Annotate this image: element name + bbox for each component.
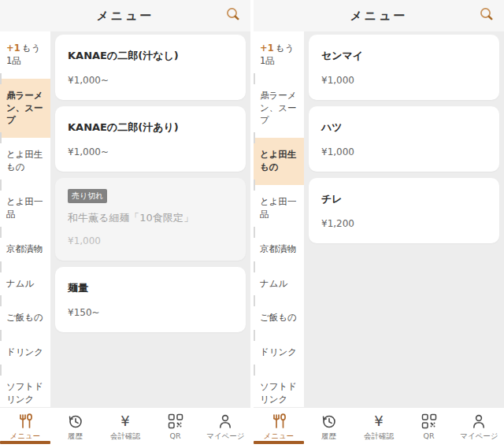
search-icon: [478, 14, 495, 26]
nav-label: 会計確認: [110, 431, 140, 442]
nav-tab-mypage[interactable]: マイページ: [200, 408, 250, 448]
menu-card[interactable]: 麺量 ¥150~: [55, 267, 246, 332]
plus-one-badge: +1: [260, 43, 274, 54]
sidebar-item-softdrink[interactable]: ソフトドリンク: [0, 370, 50, 407]
search-icon: [224, 14, 242, 26]
sidebar-item-toyoda-namamono[interactable]: とよ田生もの: [0, 138, 50, 185]
active-tab-indicator: [0, 441, 50, 444]
nav-tab-payment[interactable]: ¥ 会計確認: [100, 408, 150, 448]
menu-item-list: センマイ ¥1,000 ハツ ¥1,000 チレ ¥1,200: [304, 31, 504, 407]
sidebar-item-drink[interactable]: ドリンク: [0, 335, 50, 370]
menu-item-title: KANAEの二郎(汁なし): [68, 49, 233, 63]
menu-item-price: ¥1,000: [68, 235, 233, 246]
search-button[interactable]: [477, 6, 496, 25]
menu-item-price: ¥1,000~: [68, 75, 233, 86]
utensils-icon: [270, 413, 287, 429]
screen-left: メニュー +1もう1品 鼎ラーメン、スープ とよ田生もの とよ田一品 京都漬物 …: [0, 0, 250, 448]
menu-item-price: ¥1,200: [321, 218, 487, 229]
sidebar-item-toyoda-namamono[interactable]: とよ田生もの: [254, 138, 304, 185]
nav-label: 履歴: [68, 431, 83, 442]
screen-right: メニュー +1もう1品 鼎ラーメン、スープ とよ田生もの とよ田一品 京都漬物 …: [254, 0, 504, 448]
sidebar-item-namuru[interactable]: ナムル: [0, 267, 50, 302]
menu-item-title: 和牛薫る細麺「10食限定」: [68, 211, 233, 225]
menu-item-title: 麺量: [68, 281, 233, 295]
menu-card[interactable]: センマイ ¥1,000: [309, 35, 499, 100]
nav-tab-history[interactable]: 履歴: [50, 408, 101, 448]
category-sidebar: +1もう1品 鼎ラーメン、スープ とよ田生もの とよ田一品 京都漬物 ナムル ご…: [254, 31, 304, 407]
qr-icon: [168, 413, 183, 429]
sidebar-item-gohanmono[interactable]: ご飯もの: [0, 301, 50, 335]
nav-label: QR: [424, 431, 435, 440]
user-icon: [471, 413, 487, 429]
sidebar-item-kanae-ramen-soup[interactable]: 鼎ラーメン、スープ: [0, 79, 50, 139]
menu-item-list: KANAEの二郎(汁なし) ¥1,000~ KANAEの二郎(汁あり) ¥1,0…: [50, 31, 250, 407]
app-header: メニュー: [0, 0, 250, 31]
plus-one-badge: +1: [6, 43, 20, 54]
menu-item-price: ¥1,000: [321, 146, 487, 157]
category-sidebar: +1もう1品 鼎ラーメン、スープ とよ田生もの とよ田一品 京都漬物 ナムル ご…: [0, 31, 50, 407]
sidebar-item-kyoto-tsukemono[interactable]: 京都漬物: [254, 232, 304, 267]
menu-item-title: ハツ: [321, 120, 487, 135]
nav-label: 会計確認: [364, 431, 394, 442]
yen-icon: ¥: [374, 413, 383, 429]
nav-tab-payment[interactable]: ¥ 会計確認: [354, 408, 404, 448]
content-area: +1もう1品 鼎ラーメン、スープ とよ田生もの とよ田一品 京都漬物 ナムル ご…: [254, 31, 504, 407]
menu-item-price: ¥1,000~: [68, 146, 233, 157]
yen-icon: ¥: [120, 413, 129, 429]
screenshot-collage: メニュー +1もう1品 鼎ラーメン、スープ とよ田生もの とよ田一品 京都漬物 …: [0, 0, 504, 448]
user-icon: [217, 413, 233, 429]
utensils-icon: [17, 413, 34, 429]
menu-card[interactable]: KANAEの二郎(汁なし) ¥1,000~: [55, 35, 246, 100]
menu-item-price: ¥150~: [68, 307, 233, 318]
nav-tab-history[interactable]: 履歴: [304, 408, 354, 448]
bottom-navigation: メニュー 履歴 ¥ 会計確認: [254, 407, 504, 448]
sidebar-item-toyoda-ippin[interactable]: とよ田一品: [0, 185, 50, 232]
qr-icon: [421, 413, 437, 429]
nav-tab-mypage[interactable]: マイページ: [454, 408, 504, 448]
bottom-navigation: メニュー 履歴 ¥ 会計確認: [0, 407, 250, 448]
soldout-badge: 売り切れ: [68, 189, 107, 203]
nav-label: 履歴: [321, 431, 336, 442]
sidebar-item-namuru[interactable]: ナムル: [254, 267, 304, 302]
sidebar-item-kyoto-tsukemono[interactable]: 京都漬物: [0, 232, 50, 267]
history-icon: [321, 413, 337, 429]
sidebar-item-mou1pin[interactable]: +1もう1品: [0, 31, 50, 79]
menu-item-price: ¥1,000: [321, 75, 487, 86]
nav-label: マイページ: [460, 431, 498, 442]
nav-tab-qr[interactable]: QR: [150, 408, 201, 448]
search-button[interactable]: [224, 6, 243, 25]
menu-card[interactable]: ハツ ¥1,000: [309, 106, 499, 172]
app-header: メニュー: [254, 0, 504, 31]
page-title: メニュー: [350, 9, 407, 24]
sidebar-item-drink[interactable]: ドリンク: [254, 335, 304, 370]
sidebar-item-gohanmono[interactable]: ご飯もの: [254, 301, 304, 335]
content-area: +1もう1品 鼎ラーメン、スープ とよ田生もの とよ田一品 京都漬物 ナムル ご…: [0, 31, 250, 407]
nav-tab-qr[interactable]: QR: [404, 408, 454, 448]
sidebar-item-mou1pin[interactable]: +1もう1品: [254, 31, 304, 79]
menu-card-soldout: 売り切れ 和牛薫る細麺「10食限定」 ¥1,000: [55, 178, 246, 261]
menu-item-title: センマイ: [321, 49, 487, 63]
sidebar-item-softdrink[interactable]: ソフトドリンク: [254, 370, 304, 407]
sidebar-item-kanae-ramen-soup[interactable]: 鼎ラーメン、スープ: [254, 79, 304, 139]
nav-label: マイページ: [206, 431, 244, 442]
page-title: メニュー: [96, 9, 154, 24]
menu-item-title: チレ: [321, 192, 487, 206]
sidebar-item-toyoda-ippin[interactable]: とよ田一品: [254, 185, 304, 232]
history-icon: [67, 413, 83, 429]
menu-card[interactable]: チレ ¥1,200: [309, 178, 499, 243]
active-tab-indicator: [254, 441, 304, 444]
menu-item-title: KANAEの二郎(汁あり): [68, 120, 233, 135]
nav-label: QR: [170, 431, 181, 440]
menu-card[interactable]: KANAEの二郎(汁あり) ¥1,000~: [55, 106, 246, 172]
